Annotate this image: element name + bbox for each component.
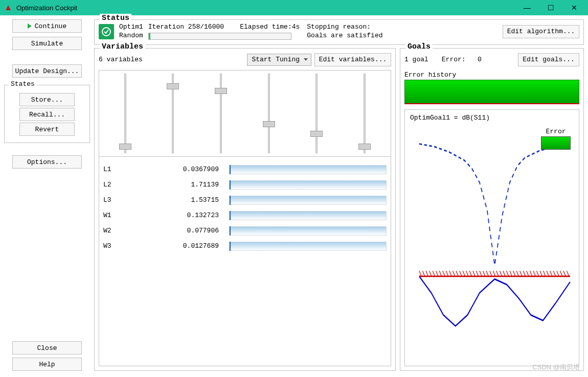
- svg-line-37: [533, 271, 535, 276]
- variable-name: W1: [103, 211, 149, 219]
- goals-count: 1 goal: [404, 56, 428, 63]
- variable-bar[interactable]: [229, 165, 387, 174]
- variable-table: L10.0367909L21.71139L31.53715W10.132723W…: [99, 157, 391, 366]
- variables-legend: Variables: [100, 42, 145, 51]
- close-button[interactable]: Close: [12, 341, 82, 355]
- optimizer-name: Optim1: [119, 23, 143, 32]
- svg-line-39: [540, 271, 542, 276]
- chevron-down-icon: [304, 58, 308, 61]
- recall-button[interactable]: Recall...: [19, 108, 75, 121]
- variable-value: 0.0367909: [153, 166, 225, 173]
- update-design-button[interactable]: Update Design...: [12, 64, 82, 78]
- variable-slider[interactable]: [157, 74, 188, 153]
- svg-line-22: [483, 271, 485, 276]
- stop-label: Stopping reason:: [307, 23, 382, 32]
- svg-line-27: [500, 271, 502, 276]
- states-group: States Store... Recall... Revert: [4, 85, 90, 143]
- status-group: Status Optim1 Random Iteration 258/16000…: [94, 19, 584, 45]
- options-button[interactable]: Options...: [12, 155, 82, 169]
- titlebar: Optimization Cockpit — ☐ ✕: [0, 0, 588, 15]
- svg-line-10: [443, 271, 445, 276]
- edit-goals-button[interactable]: Edit goals...: [518, 53, 579, 66]
- variable-slider[interactable]: [254, 74, 284, 153]
- help-button[interactable]: Help: [12, 358, 82, 371]
- svg-line-6: [429, 271, 432, 276]
- svg-line-35: [527, 271, 529, 276]
- variable-value: 1.53715: [153, 196, 225, 204]
- variable-bar[interactable]: [229, 242, 387, 251]
- progress-bar: [148, 33, 291, 40]
- variable-name: L3: [103, 196, 149, 204]
- svg-line-34: [523, 271, 525, 276]
- svg-line-43: [553, 271, 555, 276]
- left-panel: Continue Simulate Update Design... State…: [4, 19, 90, 371]
- table-row: L10.0367909: [103, 162, 387, 177]
- store-button[interactable]: Store...: [19, 93, 75, 106]
- error-swatch: [541, 136, 571, 150]
- svg-line-46: [563, 271, 566, 276]
- svg-line-17: [466, 271, 468, 276]
- table-row: W10.132723: [103, 208, 387, 223]
- svg-line-4: [422, 271, 424, 276]
- goal-plot: Error: [408, 124, 576, 363]
- variable-bar[interactable]: [229, 180, 387, 190]
- svg-line-8: [436, 271, 438, 276]
- variable-sliders: [99, 70, 391, 157]
- variables-count: 6 variables: [99, 56, 244, 63]
- edit-algorithm-button[interactable]: Edit algorithm...: [503, 25, 579, 38]
- app-icon: [4, 4, 12, 12]
- variables-group: Variables 6 variables Start Tuning Edit …: [94, 48, 396, 371]
- variable-bar[interactable]: [229, 196, 387, 205]
- iteration-text: Iteration 258/16000: [148, 23, 224, 31]
- close-window-button[interactable]: ✕: [562, 0, 586, 15]
- svg-line-31: [513, 271, 515, 276]
- start-tuning-label: Start Tuning: [252, 56, 300, 63]
- maximize-button[interactable]: ☐: [539, 0, 562, 15]
- svg-line-18: [469, 271, 471, 276]
- status-names: Optim1 Random: [119, 23, 143, 40]
- svg-line-44: [557, 271, 559, 276]
- goal-plot-frame: OptimGoal1 = dB(S11) Error: [404, 109, 579, 366]
- variable-name: L2: [103, 181, 149, 188]
- continue-button[interactable]: Continue: [12, 19, 82, 33]
- continue-label: Continue: [35, 22, 66, 30]
- svg-line-20: [476, 271, 478, 276]
- play-icon: [28, 23, 32, 29]
- minimize-button[interactable]: —: [515, 0, 539, 15]
- variable-bar[interactable]: [229, 211, 387, 220]
- start-tuning-combo[interactable]: Start Tuning: [247, 54, 311, 66]
- goals-error: Error: 0: [442, 56, 515, 63]
- edit-variables-button[interactable]: Edit variables...: [314, 53, 391, 66]
- svg-line-32: [516, 271, 518, 276]
- variable-bar[interactable]: [229, 226, 387, 235]
- error-history-chart: [404, 80, 579, 104]
- svg-line-3: [419, 271, 421, 276]
- table-row: L21.71139: [103, 177, 387, 193]
- stopping-reason: Stopping reason: Goals are satisfied: [307, 23, 382, 40]
- svg-line-28: [503, 271, 505, 276]
- simulate-button[interactable]: Simulate: [12, 37, 82, 50]
- svg-line-15: [460, 271, 462, 276]
- status-icon: [99, 24, 114, 39]
- svg-line-14: [456, 271, 458, 276]
- variable-slider[interactable]: [206, 74, 236, 153]
- watermark: CSDN @南贝塔: [532, 363, 580, 372]
- svg-line-9: [439, 271, 441, 276]
- revert-button[interactable]: Revert: [19, 123, 75, 136]
- svg-line-25: [493, 271, 495, 276]
- goal-plot-title: OptimGoal1 = dB(S11): [410, 114, 574, 122]
- variable-slider[interactable]: [110, 74, 141, 153]
- svg-marker-0: [6, 5, 11, 10]
- stop-reason: Goals are satisfied: [307, 32, 382, 40]
- states-legend: States: [9, 80, 37, 88]
- table-row: L31.53715: [103, 193, 387, 208]
- variable-slider[interactable]: [349, 74, 380, 153]
- svg-line-30: [510, 271, 512, 276]
- svg-line-45: [560, 271, 562, 276]
- svg-line-26: [496, 271, 499, 276]
- variable-value: 0.077906: [153, 227, 225, 234]
- variable-slider[interactable]: [301, 74, 332, 153]
- svg-line-12: [449, 271, 451, 276]
- svg-line-38: [536, 271, 538, 276]
- goals-group: Goals 1 goal Error: 0 Edit goals... Erro…: [400, 48, 584, 371]
